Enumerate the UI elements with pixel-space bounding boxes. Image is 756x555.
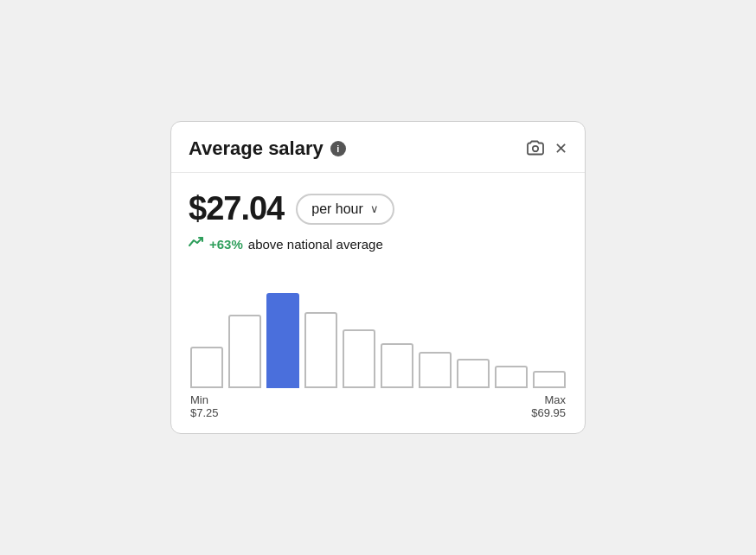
max-label: Max xyxy=(531,393,566,406)
camera-icon[interactable] xyxy=(527,140,544,158)
above-percentage: +63% xyxy=(209,237,243,252)
chevron-down-icon: ∨ xyxy=(370,202,379,215)
page-title: Average salary xyxy=(189,137,324,160)
bar-6 xyxy=(419,352,452,388)
max-label-group: Max $69.95 xyxy=(531,393,566,419)
salary-amount: $27.04 xyxy=(189,190,284,227)
bars-container xyxy=(189,267,567,388)
bar-9 xyxy=(533,371,566,388)
period-label: per hour xyxy=(311,201,363,217)
bar-7 xyxy=(457,359,490,388)
bar-8 xyxy=(495,366,528,388)
header-actions: ✕ xyxy=(527,140,567,158)
salary-card: Average salary i ✕ $27.04 per hour ∨ xyxy=(170,121,586,434)
max-value: $69.95 xyxy=(531,406,566,419)
card-header: Average salary i ✕ xyxy=(171,122,585,173)
close-icon[interactable]: ✕ xyxy=(554,141,567,156)
min-label-group: Min $7.25 xyxy=(190,393,219,419)
chart-labels: Min $7.25 Max $69.95 xyxy=(189,393,567,419)
min-label: Min xyxy=(190,393,219,406)
bar-0 xyxy=(190,347,223,388)
bar-3 xyxy=(304,312,337,388)
above-text: above national average xyxy=(248,237,383,252)
bar-4 xyxy=(343,329,375,388)
title-group: Average salary i xyxy=(189,137,346,160)
above-average-row: +63% above national average xyxy=(189,236,567,252)
period-select[interactable]: per hour ∨ xyxy=(296,194,394,225)
trend-up-icon xyxy=(189,236,204,252)
info-icon[interactable]: i xyxy=(330,141,346,156)
bar-2 xyxy=(266,293,299,388)
card-body: $27.04 per hour ∨ +63% above national av… xyxy=(171,173,585,433)
salary-row: $27.04 per hour ∨ xyxy=(189,190,567,227)
svg-point-0 xyxy=(533,145,538,150)
min-value: $7.25 xyxy=(190,406,219,419)
chart-area: Min $7.25 Max $69.95 xyxy=(189,267,567,419)
bar-1 xyxy=(228,315,261,388)
bar-5 xyxy=(381,343,413,388)
